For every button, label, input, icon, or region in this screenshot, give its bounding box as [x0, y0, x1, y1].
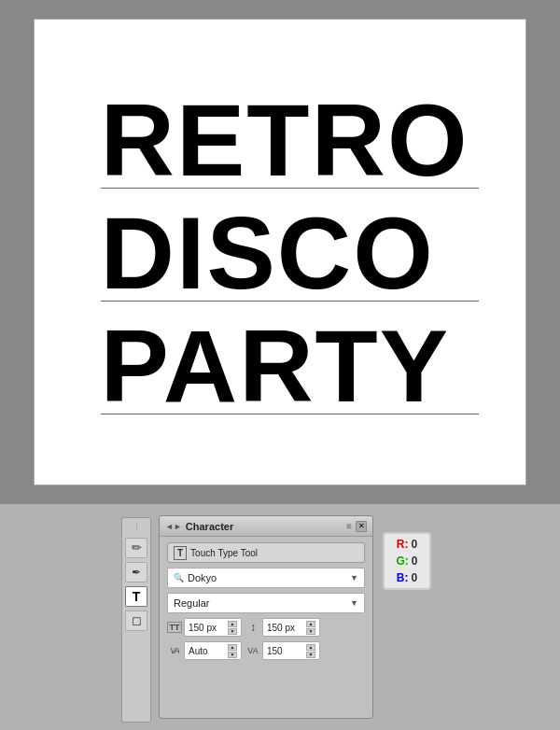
font-size-input[interactable]: 150 px ▲ ▼ — [184, 618, 242, 637]
size-icon: TT — [167, 622, 182, 633]
canvas-area: RETRO DISCO PARTY — [0, 0, 560, 504]
kerning-down[interactable]: ▼ — [306, 652, 315, 658]
b-label: B: — [397, 571, 409, 584]
brush-icon: ✏ — [132, 540, 142, 555]
leading-input[interactable]: 150 px ▲ ▼ — [262, 618, 320, 637]
type-tool-button[interactable]: T — [125, 586, 147, 607]
tracking-icon: VA — [167, 646, 182, 655]
font-style-value: Regular — [174, 597, 210, 609]
panel-menu-button[interactable]: ≡ — [346, 521, 352, 531]
font-size-spinners: ▲ ▼ — [228, 621, 237, 635]
touch-type-tool-button[interactable]: T Touch Type Tool — [167, 542, 365, 563]
font-size-value: 150 px — [189, 623, 217, 633]
tracking-field-group: VA Auto ▲ ▼ — [167, 641, 242, 660]
pen-tool-button[interactable]: ✒ — [125, 562, 147, 583]
font-name-value: Dokyo — [188, 572, 217, 583]
tracking-kerning-row: VA Auto ▲ ▼ VA 150 ▲ — [167, 641, 365, 660]
leading-down[interactable]: ▼ — [306, 628, 315, 635]
rgb-g-row: G: 0 — [396, 555, 417, 568]
canvas-document: RETRO DISCO PARTY — [34, 19, 526, 485]
size-field-group: TT 150 px ▲ ▼ — [167, 618, 242, 637]
tracking-up[interactable]: ▲ — [228, 644, 237, 651]
kerning-input[interactable]: 150 ▲ ▼ — [262, 641, 320, 660]
panel-collapse-arrows[interactable]: ◄► — [165, 522, 182, 531]
shape-icon: ◻ — [132, 613, 142, 627]
toolbar-strip: ··· ✏ ✒ T ◻ — [121, 517, 151, 723]
kerning-value: 150 — [267, 646, 283, 656]
toolbar-label: ··· — [133, 522, 140, 530]
style-dropdown-arrow: ▼ — [350, 598, 358, 608]
close-icon: ✕ — [358, 522, 365, 530]
pen-icon: ✒ — [132, 566, 141, 579]
font-size-down[interactable]: ▼ — [228, 628, 237, 635]
character-panel: ◄► Character ≡ ✕ T Touch Type Tool 🔍 Dok… — [159, 515, 373, 719]
g-value: 0 — [412, 555, 418, 568]
rgb-r-row: R: 0 — [397, 538, 417, 551]
font-dropdown-arrow: ▼ — [350, 573, 358, 583]
tracking-input[interactable]: Auto ▲ ▼ — [184, 641, 242, 660]
canvas-text-block: RETRO DISCO PARTY — [91, 83, 469, 422]
kerning-field-group: VA 150 ▲ ▼ — [245, 641, 320, 660]
leading-icon: ↕ — [245, 621, 260, 634]
touch-type-label: Touch Type Tool — [190, 548, 258, 558]
font-search-area: 🔍 Dokyo — [174, 572, 217, 583]
shape-tool-button[interactable]: ◻ — [125, 611, 147, 631]
font-size-up[interactable]: ▲ — [228, 621, 237, 627]
kerning-spinners: ▲ ▼ — [306, 644, 315, 658]
size-leading-row: TT 150 px ▲ ▼ ↕ 150 px ▲ — [167, 618, 365, 637]
leading-spinners: ▲ ▼ — [306, 621, 315, 635]
text-line-3: PARTY — [101, 309, 469, 422]
type-icon: T — [133, 589, 141, 604]
tracking-spinners: ▲ ▼ — [228, 644, 237, 658]
leading-field-group: ↕ 150 px ▲ ▼ — [245, 618, 320, 637]
r-value: 0 — [411, 538, 417, 551]
panel-title-left: ◄► Character — [165, 521, 233, 532]
panel-title-text: Character — [186, 521, 233, 532]
panel-titlebar: ◄► Character ≡ ✕ — [160, 516, 372, 537]
tracking-value: Auto — [189, 646, 208, 656]
brush-tool-button[interactable]: ✏ — [125, 538, 147, 558]
rgb-b-row: B: 0 — [397, 571, 417, 584]
panel-close-button[interactable]: ✕ — [356, 521, 367, 532]
r-label: R: — [397, 538, 409, 551]
leading-up[interactable]: ▲ — [306, 621, 315, 627]
panel-body: T Touch Type Tool 🔍 Dokyo ▼ Regular ▼ TT — [160, 537, 372, 666]
text-line-2: DISCO — [101, 196, 469, 309]
search-icon: 🔍 — [174, 573, 184, 583]
b-value: 0 — [411, 571, 417, 584]
font-style-dropdown[interactable]: Regular ▼ — [167, 593, 365, 613]
bottom-panel: ··· ✏ ✒ T ◻ ◄► Character ≡ ✕ — [0, 504, 560, 730]
tracking-down[interactable]: ▼ — [228, 652, 237, 658]
touch-type-icon: T — [174, 546, 187, 560]
kerning-icon: VA — [245, 646, 260, 655]
g-label: G: — [396, 555, 408, 568]
font-name-dropdown[interactable]: 🔍 Dokyo ▼ — [167, 568, 365, 588]
rgb-panel: R: 0 G: 0 B: 0 — [383, 532, 431, 590]
kerning-up[interactable]: ▲ — [306, 644, 315, 651]
leading-value: 150 px — [267, 623, 295, 633]
text-line-1: RETRO — [101, 83, 469, 196]
